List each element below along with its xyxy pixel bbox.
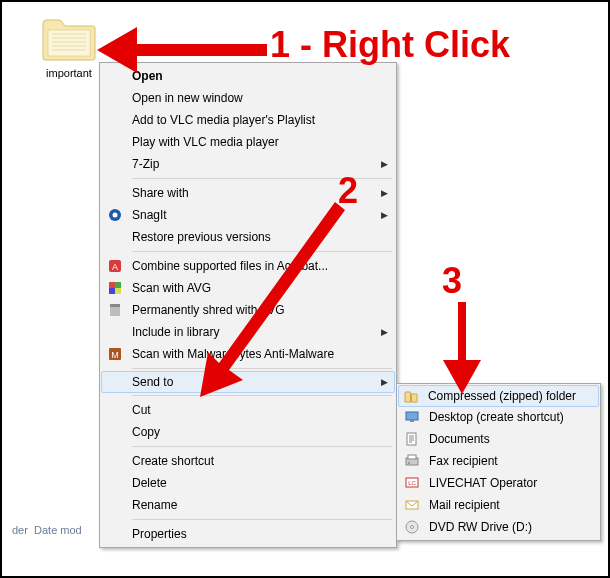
sendto-item-label: Documents (425, 432, 490, 446)
context-menu-item-label: Delete (128, 476, 167, 490)
context-menu-item-label: Open (128, 69, 163, 83)
context-menu-item[interactable]: Share with▶ (102, 182, 394, 204)
context-menu-item-label: Share with (128, 186, 189, 200)
context-menu-item[interactable]: Restore previous versions (102, 226, 394, 248)
context-menu-item[interactable]: Open in new window (102, 87, 394, 109)
context-menu-item-label: Combine supported files in Acrobat... (128, 259, 328, 273)
svg-text:A: A (112, 262, 118, 272)
context-menu-item[interactable]: SnagIt▶ (102, 204, 394, 226)
svg-rect-14 (407, 433, 416, 445)
annotation-3: 3 (442, 260, 462, 302)
svg-rect-4 (109, 282, 115, 288)
svg-marker-25 (443, 302, 481, 394)
svg-point-22 (411, 526, 414, 529)
svg-rect-13 (410, 420, 414, 422)
svg-text:M: M (111, 350, 119, 360)
context-menu-item-label: Cut (128, 403, 151, 417)
submenu-arrow-icon: ▶ (381, 210, 388, 220)
context-menu-separator (132, 251, 392, 252)
context-menu-item[interactable]: Include in library▶ (102, 321, 394, 343)
context-menu-item[interactable]: Delete (102, 472, 394, 494)
context-menu-item[interactable]: Permanently shred with AVG (102, 299, 394, 321)
sendto-item-label: Desktop (create shortcut) (425, 410, 564, 424)
context-menu-item[interactable]: Open (102, 65, 394, 87)
statusbar-text: der Date mod (12, 524, 82, 536)
submenu-arrow-icon: ▶ (381, 188, 388, 198)
explorer-window: important OpenOpen in new windowAdd to V… (2, 2, 608, 576)
context-menu-item-label: Create shortcut (128, 454, 214, 468)
sendto-item[interactable]: DVD RW Drive (D:) (399, 516, 598, 538)
sendto-item-label: Mail recipient (425, 498, 500, 512)
shred-icon (102, 302, 128, 318)
sendto-item[interactable]: Desktop (create shortcut) (399, 406, 598, 428)
context-menu-item-label: Properties (128, 527, 187, 541)
context-menu-item-label: Copy (128, 425, 160, 439)
context-menu-item-label: SnagIt (128, 208, 167, 222)
context-menu-item-label: Play with VLC media player (128, 135, 279, 149)
context-menu-separator (132, 368, 392, 369)
context-menu-item-label: Restore previous versions (128, 230, 271, 244)
folder-icon (40, 51, 98, 65)
context-menu-item-label: Permanently shred with AVG (128, 303, 285, 317)
sendto-item-label: DVD RW Drive (D:) (425, 520, 532, 534)
sendto-item[interactable]: Fax recipient (399, 450, 598, 472)
context-menu-item-label: Add to VLC media player's Playlist (128, 113, 315, 127)
folder-label: important (30, 67, 108, 79)
acrobat-icon: A (102, 258, 128, 274)
context-menu-separator (132, 446, 392, 447)
context-menu-item[interactable]: Add to VLC media player's Playlist (102, 109, 394, 131)
svg-text:LC: LC (408, 480, 416, 486)
svg-point-1 (113, 213, 118, 218)
submenu-arrow-icon: ▶ (381, 327, 388, 337)
sendto-item[interactable]: Compressed (zipped) folder (398, 385, 599, 407)
svg-rect-7 (115, 288, 121, 294)
context-menu-separator (132, 519, 392, 520)
sendto-submenu: Compressed (zipped) folderDesktop (creat… (396, 383, 601, 541)
context-menu-item[interactable]: MScan with Malwarebytes Anti-Malware (102, 343, 394, 365)
context-menu-item[interactable]: Create shortcut (102, 450, 394, 472)
context-menu-item[interactable]: 7-Zip▶ (102, 153, 394, 175)
sendto-item-label: Fax recipient (425, 454, 498, 468)
svg-rect-8 (110, 304, 120, 307)
context-menu: OpenOpen in new windowAdd to VLC media p… (99, 62, 397, 548)
snagit-icon (102, 207, 128, 223)
sendto-item[interactable]: Mail recipient (399, 494, 598, 516)
desktop-icon (399, 409, 425, 425)
context-menu-item-label: Scan with AVG (128, 281, 211, 295)
doc-icon (399, 431, 425, 447)
context-menu-item[interactable]: Copy (102, 421, 394, 443)
svg-rect-16 (408, 455, 416, 459)
context-menu-item[interactable]: Properties (102, 523, 394, 545)
svg-point-17 (408, 462, 410, 464)
context-menu-item-label: Open in new window (128, 91, 243, 105)
avg-icon (102, 280, 128, 296)
context-menu-item[interactable]: Send to▶ (101, 371, 395, 393)
context-menu-item[interactable]: Cut (102, 399, 394, 421)
context-menu-item[interactable]: Scan with AVG (102, 277, 394, 299)
annotation-1: 1 - Right Click (270, 24, 510, 66)
context-menu-item-label: Scan with Malwarebytes Anti-Malware (128, 347, 334, 361)
context-menu-separator (132, 178, 392, 179)
malware-icon: M (102, 346, 128, 362)
sendto-item-label: LIVECHAT Operator (425, 476, 537, 490)
sendto-item[interactable]: Documents (399, 428, 598, 450)
submenu-arrow-icon: ▶ (381, 377, 388, 387)
lc-icon: LC (399, 475, 425, 491)
sendto-item-label: Compressed (zipped) folder (424, 389, 576, 403)
folder-item[interactable]: important (30, 14, 108, 79)
fax-icon (399, 453, 425, 469)
svg-rect-6 (109, 288, 115, 294)
context-menu-item-label: 7-Zip (128, 157, 159, 171)
zip-icon (399, 388, 424, 404)
svg-rect-12 (406, 412, 418, 420)
dvd-icon (399, 519, 425, 535)
context-menu-item-label: Send to (128, 375, 173, 389)
mail-icon (399, 497, 425, 513)
context-menu-item[interactable]: Rename (102, 494, 394, 516)
sendto-item[interactable]: LCLIVECHAT Operator (399, 472, 598, 494)
submenu-arrow-icon: ▶ (381, 159, 388, 169)
context-menu-item[interactable]: ACombine supported files in Acrobat... (102, 255, 394, 277)
context-menu-item-label: Include in library (128, 325, 219, 339)
context-menu-item[interactable]: Play with VLC media player (102, 131, 394, 153)
svg-rect-11 (410, 394, 412, 402)
